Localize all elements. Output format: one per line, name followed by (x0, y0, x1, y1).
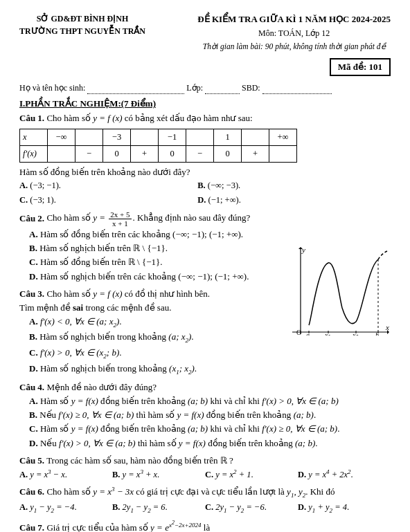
q3-subtext: Tìm mệnh đề sai trong các mệnh đề sau. (19, 302, 171, 313)
q3-label: Câu 3. (19, 288, 44, 299)
question-1: Câu 1. Cho hàm số y = f (x) có bảng xét … (19, 111, 391, 207)
school-info: SỞ GD&ĐT BÌNH ĐỊNH TRƯỜNG THPT NGUYỄN TR… (19, 12, 145, 53)
question-3: x y O a x₁ x₂ b Câu 3. Cho hàm số y = f … (19, 287, 391, 377)
lop-field (205, 83, 240, 94)
ho-ten-field (87, 83, 184, 94)
q3-text: Cho hàm số y = f (x) có đồ thị như hình … (46, 288, 210, 299)
department-name: SỞ GD&ĐT BÌNH ĐỊNH (19, 12, 145, 25)
q1-label: Câu 1. (19, 113, 44, 123)
q2-label: Câu 2. (19, 212, 46, 223)
q5-answers: A. y = x3 − x. B. y = x3 + x. C. y = x2 … (19, 468, 391, 481)
svg-text:x₂: x₂ (352, 331, 359, 336)
q3-c: C. f'(x) > 0, ∀x ∈ (x2; b). (19, 346, 391, 362)
q4-d: D. Nếu f'(x) > 0, ∀x ∈ (a; b) thì hàm số… (19, 437, 391, 450)
student-info-line: Họ và tên học sinh: Lớp: SBD: (19, 83, 391, 94)
question-6: Câu 6. Cho hàm số y = x3 − 3x có giá trị… (19, 485, 391, 515)
q4-label: Câu 4. (19, 382, 44, 392)
q3-graph: x y O a x₁ x₂ b (287, 246, 391, 340)
q6-answers: A. y1 − y2 = −4. B. 2y1 − y2 = 6. C. 2y1… (19, 501, 391, 515)
q4-b: B. Nếu f'(x) ≥ 0, ∀x ∈ (a; b) thì hàm số… (19, 408, 391, 422)
ma-de-box: Mã đề: 101 (330, 58, 391, 76)
q5-text: Trong các hàm số sau, hàm nào đồng biến … (46, 455, 233, 466)
exam-subject: Môn: TOÁN, Lớp 12 (197, 27, 391, 40)
sbd-field (262, 83, 332, 94)
q6-b: B. 2y1 − y2 = 6. (112, 501, 205, 515)
q2-a: A. Hàm số đồng biến trên các khoảng (−∞;… (19, 228, 391, 241)
q4-text: Mệnh đề nào dưới đây đúng? (46, 382, 157, 392)
lop-label: Lớp: (186, 83, 203, 93)
deriv-table: x −∞ −3 −1 1 +∞ f'(x) − 0 + 0 − 0 + (19, 129, 297, 163)
q5-c: C. y = x2 + 1. (205, 468, 298, 481)
q1-sub-question: Hàm số đồng biến trên khoảng nào dưới đâ… (19, 165, 391, 179)
sbd-label: SBD: (242, 83, 262, 93)
svg-text:y: y (301, 246, 305, 254)
section1-title: I.PHẦN TRẮC NGHIỆM:(7 Điểm) (19, 98, 391, 109)
q1-a: A. (−3; −1). (19, 179, 197, 192)
q1-c: C. (−3; 1). (19, 194, 197, 207)
q5-label: Câu 5. (19, 455, 44, 466)
school-name: TRƯỜNG THPT NGUYỄN TRẦN (19, 25, 145, 37)
page-header: SỞ GD&ĐT BÌNH ĐỊNH TRƯỜNG THPT NGUYỄN TR… (19, 12, 391, 53)
exam-time: Thời gian làm bài: 90 phút, không tính t… (197, 40, 391, 53)
exam-info: ĐỀ KIỂM TRA GIỮA KÌ 1 NĂM HỌC 2024-2025 … (197, 12, 391, 53)
q1-b: B. (−∞; −3). (197, 179, 375, 192)
question-5: Câu 5. Trong các hàm số sau, hàm nào đồn… (19, 454, 391, 481)
question-4: Câu 4. Mệnh đề nào dưới đây đúng? A. Hàm… (19, 380, 391, 450)
ma-de-area: Mã đề: 101 (19, 55, 391, 79)
q6-d: D. y1 + y2 = 4. (298, 501, 391, 515)
q1-answers: A. (−3; −1). B. (−∞; −3). C. (−3; 1). D.… (19, 179, 391, 207)
q1-d: D. (−1; +∞). (197, 194, 375, 207)
q6-c: C. 2y1 − y2 = −6. (205, 501, 298, 515)
ho-ten-label: Họ và tên học sinh: (19, 83, 87, 93)
graph-svg: x y O a x₁ x₂ b (287, 246, 389, 336)
svg-text:x₁: x₁ (324, 331, 330, 336)
exam-title: ĐỀ KIỂM TRA GIỮA KÌ 1 NĂM HỌC 2024-2025 (197, 12, 391, 27)
q6-label: Câu 6. (19, 486, 44, 497)
svg-text:x: x (385, 323, 389, 331)
q7-text: Giá trị cực tiểu của hàm số y = ex2−2x+2… (46, 522, 210, 532)
question-7: Câu 7. Giá trị cực tiểu của hàm số y = e… (19, 519, 391, 532)
q2-text: Cho hàm số y = 2x + 5x + 1. Khẳng định n… (46, 212, 250, 223)
q1-text: Cho hàm số y = f (x) có bảng xét dấu đạo… (46, 113, 252, 123)
svg-text:O: O (296, 329, 301, 336)
q5-a: A. y = x3 − x. (19, 468, 112, 481)
q4-c: C. Hàm số y = f(x) đồng biến trên khoảng… (19, 422, 391, 436)
q7-label: Câu 7. (19, 522, 44, 532)
q4-a: A. Hàm số y = f(x) đồng biến trên khoảng… (19, 394, 391, 408)
q3-d: D. Hàm số nghịch biến trong khoảng (x1; … (19, 362, 391, 378)
q6-text: Cho hàm số y = x3 − 3x có giá trị cực đạ… (46, 486, 335, 497)
q5-d: D. y = x4 + 2x2. (298, 468, 391, 481)
q6-a: A. y1 − y2 = −4. (19, 501, 112, 515)
q5-b: B. y = x3 + x. (112, 468, 205, 481)
